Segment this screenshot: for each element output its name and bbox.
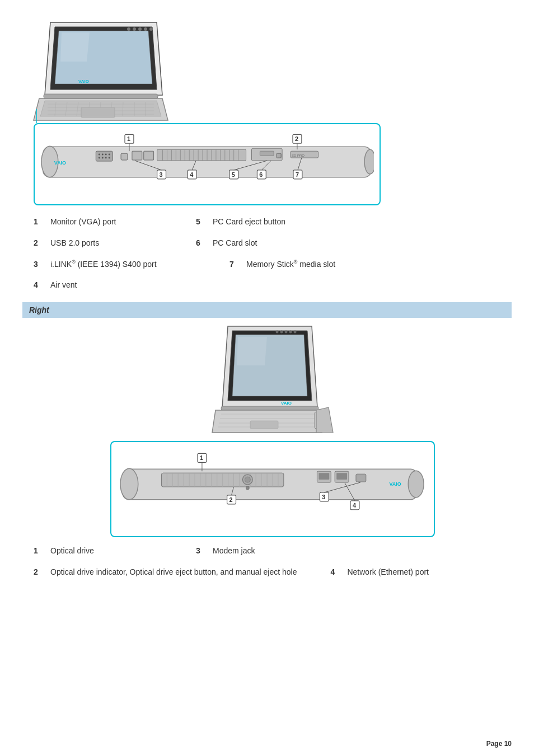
svg-rect-33	[96, 151, 113, 161]
svg-point-110	[120, 468, 138, 500]
page-container: VAIO VAI	[0, 0, 534, 756]
left-side-diagram: VAIO	[40, 130, 374, 197]
svg-text:5: 5	[232, 171, 235, 178]
svg-text:3: 3	[160, 171, 163, 178]
svg-text:VAIO: VAIO	[78, 79, 89, 84]
svg-point-31	[364, 149, 374, 174]
right-side-diagram-box: VAIO	[110, 441, 435, 537]
svg-point-35	[102, 154, 104, 156]
svg-rect-42	[121, 153, 128, 160]
svg-rect-20	[81, 107, 115, 118]
svg-point-107	[289, 331, 292, 334]
svg-rect-43	[132, 151, 142, 160]
svg-point-40	[105, 157, 107, 159]
label-number-7: 7	[229, 259, 246, 270]
svg-point-106	[285, 331, 288, 334]
svg-point-104	[276, 331, 279, 334]
svg-point-39	[102, 157, 104, 159]
label-row-3: 3 i.LINK® (IEEE 1394) S400 port 7 Memory…	[34, 259, 512, 270]
label-number-3: 3	[34, 259, 50, 270]
svg-point-24	[138, 27, 142, 31]
svg-text:2: 2	[295, 135, 298, 142]
svg-text:6: 6	[259, 171, 263, 178]
svg-point-136	[245, 477, 250, 482]
label-number-6: 6	[196, 238, 213, 249]
right-label-number-1: 1	[34, 546, 50, 557]
label-text-7: Memory Stick® media slot	[246, 259, 335, 270]
label-text-4: Air vent	[50, 280, 162, 291]
right-side-diagram: VAIO	[117, 448, 428, 529]
page-number: Page 10	[486, 740, 512, 748]
right-label-number-4: 4	[330, 567, 347, 578]
top-illustration: VAIO VAI	[22, 11, 512, 205]
svg-rect-94	[221, 406, 318, 410]
right-label-number-2: 2	[34, 567, 50, 578]
right-laptop-section: VAIO VAIO	[22, 323, 512, 537]
label-text-5: PC Card eject button	[213, 217, 285, 228]
svg-rect-100	[250, 421, 278, 429]
label-row-2: 2 USB 2.0 ports 6 PC Card slot	[34, 238, 512, 249]
label-number-2: 2	[34, 238, 50, 249]
svg-rect-65	[260, 151, 274, 156]
svg-point-105	[280, 331, 283, 334]
right-label-row-1: 1 Optical drive 3 Modem jack	[34, 546, 512, 557]
label-text-3: i.LINK® (IEEE 1394) S400 port	[50, 259, 196, 270]
laptop-right-illustration: VAIO	[194, 323, 340, 441]
svg-text:SD PRO: SD PRO	[292, 154, 305, 157]
svg-point-111	[408, 471, 424, 497]
svg-rect-141	[336, 473, 347, 480]
right-label-text-4: Network (Ethernet) port	[347, 567, 429, 578]
svg-marker-93	[237, 337, 267, 365]
svg-point-25	[144, 27, 147, 31]
svg-marker-103	[316, 407, 333, 433]
svg-rect-45	[157, 149, 246, 161]
label-row-4: 4 Air vent	[34, 280, 512, 291]
svg-rect-4	[44, 94, 158, 98]
label-text-2: USB 2.0 ports	[50, 238, 162, 249]
svg-point-37	[109, 154, 110, 156]
svg-rect-142	[356, 474, 366, 482]
left-labels-section: 1 Monitor (VGA) port 5 PC Card eject but…	[34, 217, 512, 291]
svg-marker-3	[60, 32, 90, 62]
right-label-text-1: Optical drive	[50, 546, 162, 557]
svg-point-137	[246, 486, 249, 490]
label-text-6: PC Card slot	[213, 238, 257, 249]
right-labels-section: 1 Optical drive 3 Modem jack 2 Optical d…	[34, 546, 512, 577]
label-number-1: 1	[34, 217, 50, 228]
svg-text:VAIO: VAIO	[281, 401, 292, 406]
label-text-1: Monitor (VGA) port	[50, 217, 162, 228]
right-label-text-2: Optical drive indicator, Optical drive e…	[50, 567, 297, 578]
svg-point-41	[109, 157, 110, 159]
svg-text:3: 3	[322, 494, 325, 500]
svg-point-38	[99, 157, 100, 159]
right-section-header: Right	[22, 302, 512, 318]
right-label-number-3: 3	[196, 546, 213, 557]
svg-text:1: 1	[127, 135, 130, 142]
label-number-5: 5	[196, 217, 213, 228]
svg-rect-68	[277, 153, 281, 158]
svg-point-22	[127, 27, 130, 31]
svg-rect-140	[318, 473, 329, 480]
left-side-diagram-box: VAIO	[34, 123, 381, 205]
right-label-row-2: 2 Optical drive indicator, Optical drive…	[34, 567, 512, 578]
svg-point-34	[99, 154, 100, 156]
label-row-1: 1 Monitor (VGA) port 5 PC Card eject but…	[34, 217, 512, 228]
svg-text:VAIO: VAIO	[54, 160, 66, 166]
svg-text:4: 4	[353, 502, 356, 509]
svg-rect-44	[144, 151, 154, 160]
svg-point-23	[133, 27, 136, 31]
right-label-text-3: Modem jack	[213, 546, 255, 557]
laptop-top-illustration: VAIO	[22, 11, 179, 123]
svg-point-108	[294, 331, 297, 334]
svg-text:VAIO: VAIO	[390, 481, 401, 487]
svg-point-36	[105, 154, 107, 156]
svg-point-26	[149, 27, 153, 31]
svg-text:4: 4	[190, 171, 193, 178]
svg-text:2: 2	[229, 496, 233, 503]
svg-text:1: 1	[200, 454, 203, 461]
svg-text:7: 7	[296, 171, 299, 178]
label-number-4: 4	[34, 280, 50, 291]
